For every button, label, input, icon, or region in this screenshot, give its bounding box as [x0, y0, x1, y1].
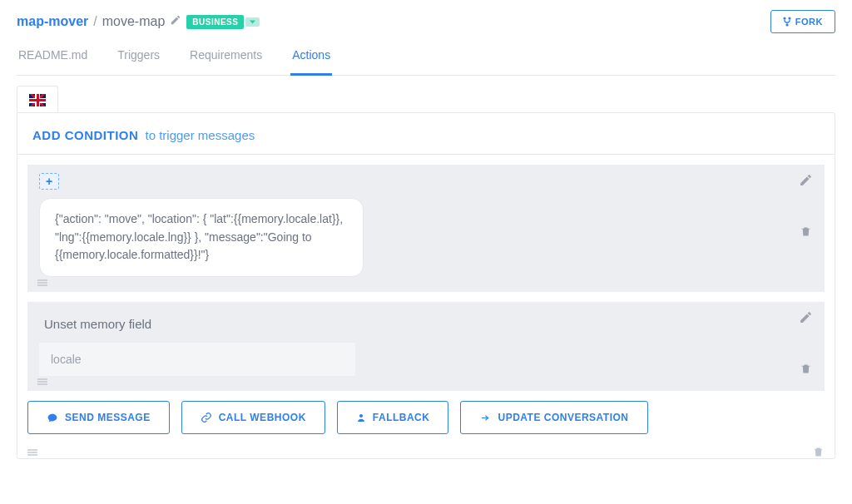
- trash-icon[interactable]: [812, 446, 825, 458]
- chat-icon: [47, 413, 58, 423]
- block-actions: [799, 173, 813, 238]
- edit-icon[interactable]: [799, 173, 813, 187]
- link-icon: [201, 412, 212, 423]
- svg-point-1: [788, 17, 790, 19]
- svg-point-9: [359, 413, 363, 417]
- edit-icon[interactable]: [170, 14, 181, 29]
- breadcrumb-org[interactable]: map-mover: [17, 14, 88, 29]
- actions-panel: ADD CONDITION to trigger messages + {"ac…: [17, 112, 835, 459]
- tab-actions[interactable]: Actions: [290, 40, 332, 76]
- breadcrumb: map-mover / move-map BUSINESS: [17, 14, 260, 29]
- breadcrumb-separator: /: [93, 14, 97, 29]
- update-conversation-label: UPDATE CONVERSATION: [498, 412, 628, 423]
- message-bubble[interactable]: {"action": "move", "location": { "lat":{…: [39, 198, 364, 277]
- update-conversation-button[interactable]: UPDATE CONVERSATION: [460, 401, 647, 434]
- arrow-right-icon: [479, 413, 491, 422]
- page-header: map-mover / move-map BUSINESS FORK: [17, 10, 835, 40]
- tab-triggers[interactable]: Triggers: [116, 40, 161, 75]
- memory-field-input[interactable]: [39, 343, 355, 376]
- condition-header: ADD CONDITION to trigger messages: [17, 113, 835, 155]
- drag-handle-icon[interactable]: [27, 448, 37, 457]
- language-tabbar: [17, 86, 835, 112]
- action-block-unset-memory: Unset memory field: [27, 302, 825, 391]
- add-condition-button[interactable]: ADD CONDITION: [32, 128, 138, 142]
- drag-handle-icon[interactable]: [37, 378, 47, 386]
- add-quick-reply-chip[interactable]: +: [39, 173, 59, 190]
- tier-badge[interactable]: BUSINESS: [186, 15, 260, 29]
- top-tabs: README.md Triggers Requirements Actions: [17, 40, 835, 76]
- fork-icon: [783, 17, 791, 27]
- caret-down-icon: [250, 20, 255, 24]
- trash-icon[interactable]: [800, 225, 812, 238]
- action-footer-buttons: SEND MESSAGE CALL WEBHOOK FALLBACK UPDAT…: [17, 401, 835, 444]
- tier-badge-label: BUSINESS: [186, 15, 244, 29]
- action-block-message: + {"action": "move", "location": { "lat"…: [27, 165, 825, 292]
- flag-uk-icon: [29, 94, 46, 106]
- language-tab-en[interactable]: [17, 86, 58, 112]
- fallback-button[interactable]: FALLBACK: [337, 401, 449, 434]
- svg-point-0: [783, 17, 785, 19]
- breadcrumb-project: move-map: [102, 14, 166, 29]
- fallback-label: FALLBACK: [373, 412, 430, 423]
- block-actions: [799, 310, 813, 375]
- send-message-button[interactable]: SEND MESSAGE: [27, 401, 170, 434]
- call-webhook-button[interactable]: CALL WEBHOOK: [181, 401, 325, 434]
- svg-point-2: [785, 23, 788, 26]
- drag-handle-icon[interactable]: [37, 279, 47, 287]
- fork-button[interactable]: FORK: [770, 10, 835, 33]
- unset-memory-title: Unset memory field: [39, 310, 813, 343]
- condition-subtitle: to trigger messages: [146, 128, 255, 142]
- send-message-label: SEND MESSAGE: [65, 412, 151, 423]
- call-webhook-label: CALL WEBHOOK: [219, 412, 306, 423]
- tab-readme[interactable]: README.md: [17, 40, 89, 75]
- edit-icon[interactable]: [799, 310, 813, 324]
- panel-bottom-bar: [17, 444, 835, 458]
- tier-badge-dropdown[interactable]: [245, 17, 260, 27]
- fork-button-label: FORK: [795, 17, 823, 27]
- person-icon: [356, 413, 366, 423]
- tab-requirements[interactable]: Requirements: [188, 40, 264, 75]
- trash-icon[interactable]: [800, 363, 812, 375]
